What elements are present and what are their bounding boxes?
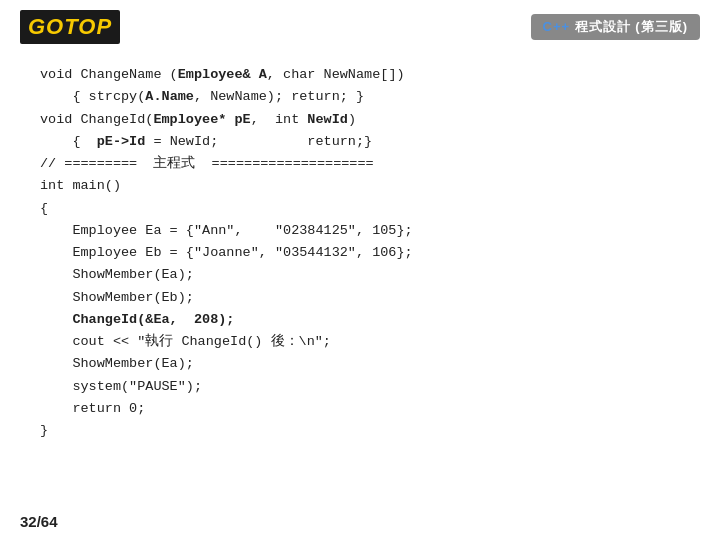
code-line-8: Employee Ea = {"Ann", "02384125", 105}; [40, 223, 413, 238]
code-line-7: { [40, 201, 48, 216]
logo: GOTOP [20, 10, 120, 44]
code-line-16: return 0; [40, 401, 145, 416]
code-line-17: } [40, 423, 48, 438]
code-line-9: Employee Eb = {"Joanne", "03544132", 106… [40, 245, 413, 260]
code-line-11: ShowMember(Eb); [40, 290, 194, 305]
code-line-6: int main() [40, 178, 121, 193]
header: GOTOP C++ 程式設計 (第三版) [0, 0, 720, 54]
code-content: void ChangeName (Employee& A, char NewNa… [0, 54, 720, 453]
code-line-10: ShowMember(Ea); [40, 267, 194, 282]
code-line-4: { pE->Id = NewId; return;} [40, 134, 372, 149]
brand-badge: C++ 程式設計 (第三版) [531, 14, 700, 40]
code-block: void ChangeName (Employee& A, char NewNa… [40, 64, 680, 443]
code-line-1: void ChangeName (Employee& A, char NewNa… [40, 67, 405, 82]
logo-text: GOTOP [28, 14, 112, 39]
code-line-3: void ChangeId(Employee* pE, int NewId) [40, 112, 356, 127]
code-line-14: ShowMember(Ea); [40, 356, 194, 371]
code-line-2: { strcpy(A.Name, NewName); return; } [40, 89, 364, 104]
code-line-13: cout << "執行 ChangeId() 後：\n"; [40, 334, 331, 349]
code-line-15: system("PAUSE"); [40, 379, 202, 394]
code-line-12: ChangeId(&Ea, 208); [40, 312, 234, 327]
logo-box: GOTOP [20, 10, 120, 44]
page-number: 32/64 [20, 513, 58, 530]
code-line-5: // ========= 主程式 ==================== [40, 156, 374, 171]
brand-cpp: C++ [543, 19, 571, 34]
